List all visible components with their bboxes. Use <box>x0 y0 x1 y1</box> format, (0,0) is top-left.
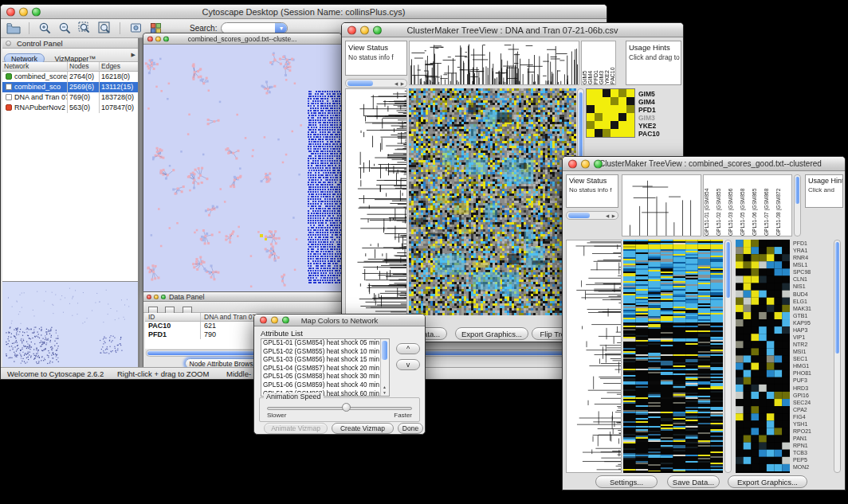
create-vizmap-button[interactable]: Create Vizmap <box>332 423 394 434</box>
matrix-cell[interactable] <box>595 89 603 97</box>
heatmap-canvas[interactable] <box>623 240 723 471</box>
matrix-cell[interactable] <box>603 89 610 97</box>
column-label[interactable]: GIM3 <box>599 41 604 84</box>
scrollbar-thumb[interactable] <box>347 80 373 86</box>
scroll-up-icon[interactable]: ▲ <box>383 385 387 389</box>
close-button[interactable] <box>6 7 15 16</box>
gene-label[interactable]: TCB3 <box>793 449 830 456</box>
minimize-button[interactable] <box>581 159 590 168</box>
attribute-list-item[interactable]: GPL51-06 (GSM859) heat shock 40 min <box>261 381 389 390</box>
matrix-cell[interactable] <box>618 89 626 97</box>
matrix-cell[interactable] <box>595 129 603 137</box>
heatmap-zoom-view[interactable] <box>736 240 790 473</box>
matrix-cell[interactable] <box>595 121 603 129</box>
gene-label[interactable]: BUD4 <box>793 291 830 298</box>
column-dendrogram[interactable] <box>622 174 701 236</box>
scroll-down-icon[interactable]: ▼ <box>383 390 387 395</box>
gene-label[interactable]: RNR4 <box>793 254 830 261</box>
column-label[interactable]: GPL51-05 (GSM858 <box>740 175 752 236</box>
attribute-list-item[interactable]: GPL51-02 (GSM855) heat shock 10 min <box>261 348 389 357</box>
row-dendrogram-canvas[interactable] <box>346 89 406 315</box>
scrollbar-thumb[interactable] <box>726 242 730 298</box>
gene-label[interactable]: MSL1 <box>793 261 830 268</box>
gene-label[interactable]: PEP5 <box>793 456 830 463</box>
column-label[interactable]: PAC10 <box>610 41 615 84</box>
network-list-row[interactable]: RNAPuberNov2563(0)107847(0) <box>2 103 138 113</box>
zoom-button[interactable] <box>282 317 289 324</box>
move-up-button[interactable]: ^ <box>396 343 420 354</box>
matrix-cell[interactable] <box>603 121 610 129</box>
zoom-button[interactable] <box>373 25 382 34</box>
animation-speed-slider[interactable] <box>267 407 412 410</box>
gene-label[interactable]: PAN1 <box>793 435 830 442</box>
minimize-button[interactable] <box>19 7 28 16</box>
gene-label[interactable]: ELG1 <box>793 298 830 305</box>
matrix-cell[interactable] <box>626 129 634 137</box>
network-overview-panel[interactable] <box>2 281 138 369</box>
zoom-selected-button[interactable] <box>77 21 92 36</box>
attribute-list-item[interactable]: GPL51-05 (GSM858) heat shock 30 min <box>261 373 389 381</box>
close-button[interactable] <box>568 159 577 168</box>
gene-label[interactable]: RPN1 <box>793 442 830 449</box>
minimize-button[interactable] <box>360 25 369 34</box>
zoom-button[interactable] <box>32 7 41 16</box>
gene-label[interactable]: FIG4 <box>793 413 830 420</box>
gene-label[interactable]: YSH1 <box>793 420 830 428</box>
matrix-cell[interactable] <box>610 129 618 137</box>
matrix-cell[interactable] <box>587 89 595 97</box>
matrix-cell[interactable] <box>595 113 603 121</box>
attribute-list-item[interactable]: GPL51-01 (GSM854) heat shock 05 min <box>261 339 389 348</box>
gene-label[interactable]: PUF3 <box>793 377 830 384</box>
gene-label[interactable]: SEC24 <box>793 399 830 406</box>
matrix-cell[interactable] <box>610 105 618 113</box>
zoom-fit-button[interactable] <box>96 21 112 36</box>
matrix-cell[interactable] <box>610 97 618 105</box>
column-label[interactable]: GPL51-02 (GSM855 <box>716 175 728 236</box>
matrix-cell[interactable] <box>603 129 610 137</box>
gene-label[interactable]: MON2 <box>793 463 830 471</box>
heatmap-global-view[interactable] <box>623 240 723 473</box>
gene-label[interactable]: HRD3 <box>793 385 830 392</box>
matrix-cell[interactable] <box>610 121 618 129</box>
move-down-button[interactable]: v <box>396 359 420 370</box>
attribute-list-item[interactable]: GPL51-03 (GSM856) heat shock 15 min <box>261 356 389 365</box>
save-data-button[interactable]: Save Data... <box>667 475 720 488</box>
minimize-button[interactable] <box>155 36 161 41</box>
matrix-cell[interactable] <box>610 89 618 97</box>
export-graphics-button[interactable]: Export Graphics... <box>728 475 807 488</box>
column-label[interactable]: YKE2 <box>604 41 610 84</box>
gene-label[interactable]: GTB1 <box>793 312 830 319</box>
column-label[interactable]: GPL51-08 (GSM872 <box>775 175 787 236</box>
matrix-cell[interactable] <box>618 129 626 137</box>
minimize-button[interactable] <box>154 295 159 299</box>
matrix-cell[interactable] <box>626 121 634 129</box>
gene-label[interactable]: GIM4 <box>638 98 673 106</box>
column-label[interactable]: GPL51-03 (GSM856 <box>728 175 740 236</box>
settings-button[interactable]: Settings... <box>595 475 658 488</box>
matrix-cell[interactable] <box>626 97 634 105</box>
network-view-titlebar[interactable]: combined_scores_good.txt--cluste... <box>143 33 341 45</box>
scrollbar-thumb[interactable] <box>382 341 387 360</box>
dendrogram-hscrollbar[interactable]: ◀ ▶ <box>345 79 407 88</box>
treeview-combined-titlebar[interactable]: ClusterMaker TreeView : combined_scores_… <box>563 157 845 171</box>
column-label[interactable]: GPL51-06 (GSM865 <box>752 175 764 236</box>
gene-label[interactable]: PHO81 <box>793 369 830 377</box>
attribute-list[interactable]: ▲ ▼ GPL51-01 (GSM854) heat shock 05 minG… <box>261 338 390 397</box>
matrix-cell[interactable] <box>626 105 634 113</box>
gene-label[interactable]: SEC1 <box>793 355 830 362</box>
gene-label[interactable]: MSI1 <box>793 348 830 355</box>
zoom-in-button[interactable] <box>37 21 53 36</box>
gene-label[interactable]: NIS1 <box>793 283 830 290</box>
done-button[interactable]: Done <box>398 423 423 434</box>
gene-list-vscrollbar[interactable] <box>834 240 841 473</box>
network-list-row[interactable]: combined_sco2569(6)13112(15) <box>2 82 138 92</box>
dialog-titlebar[interactable]: Map Colors to Network <box>254 315 425 326</box>
gene-label[interactable]: CPA2 <box>793 406 830 413</box>
main-titlebar[interactable]: Cytoscape Desktop (Session Name: collins… <box>1 5 607 19</box>
matrix-cell[interactable] <box>603 97 610 105</box>
matrix-cell[interactable] <box>618 105 626 113</box>
scroll-arrows-icon[interactable]: ◀ ▶ <box>395 81 405 86</box>
column-label[interactable]: GIM5 <box>582 41 587 84</box>
matrix-cell[interactable] <box>587 113 595 121</box>
gene-label[interactable]: GIM3 <box>638 114 673 122</box>
